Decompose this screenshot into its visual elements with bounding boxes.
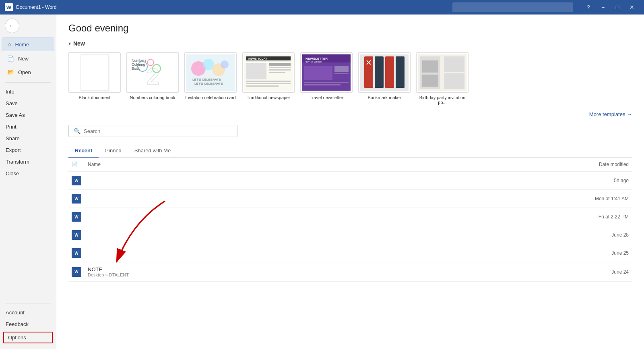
file-name: NOTE bbox=[88, 266, 378, 272]
table-row[interactable]: WFri at 2:22 PM bbox=[68, 208, 632, 226]
word-file-icon: W bbox=[72, 212, 81, 222]
word-file-icon: W bbox=[72, 194, 81, 204]
template-numbers-coloring[interactable]: Numbers Coloring Book 2 Numbers coloring… bbox=[126, 52, 179, 105]
file-icon-header: 📄 bbox=[72, 162, 78, 167]
tabs-bar: Recent Pinned Shared with Me bbox=[68, 144, 632, 158]
sidebar-item-feedback[interactable]: Feedback bbox=[0, 318, 56, 330]
sidebar-item-account[interactable]: Account bbox=[0, 307, 56, 318]
sidebar-item-save-as[interactable]: Save As bbox=[0, 109, 56, 121]
sidebar-item-open[interactable]: 📂 Open bbox=[2, 66, 54, 79]
svg-rect-25 bbox=[246, 83, 291, 84]
coloring-preview-svg: Numbers Coloring Book 2 bbox=[128, 54, 177, 91]
sidebar-item-transform[interactable]: Transform bbox=[0, 156, 56, 168]
template-coloring-name: Numbers coloring book bbox=[130, 95, 175, 100]
svg-rect-24 bbox=[246, 81, 291, 82]
minimize-button[interactable]: − bbox=[596, 0, 610, 15]
svg-rect-35 bbox=[304, 84, 341, 85]
open-icon: 📂 bbox=[7, 69, 14, 75]
sidebar-item-options[interactable]: Options bbox=[3, 332, 53, 343]
template-newsletter-thumb: NEWSLETTER TITLE HERE bbox=[300, 52, 353, 93]
main-content: Good evening ▾ New Blank document Number… bbox=[56, 15, 644, 349]
file-date-cell: June 24 bbox=[381, 262, 632, 282]
file-date-cell: 5h ago bbox=[381, 172, 632, 190]
more-templates-link[interactable]: More templates → bbox=[68, 110, 632, 118]
file-name-cell bbox=[85, 190, 381, 208]
template-invitation-thumb: LET'S CELEBRATE LET'S CELEBRATE bbox=[184, 52, 237, 93]
file-date-cell: June 28 bbox=[381, 226, 632, 244]
svg-rect-21 bbox=[269, 67, 291, 68]
template-blank-thumb bbox=[68, 52, 121, 93]
word-file-icon: W bbox=[72, 230, 81, 240]
sidebar-item-share[interactable]: Share bbox=[0, 133, 56, 144]
svg-rect-18 bbox=[246, 62, 291, 62]
svg-rect-39 bbox=[375, 56, 384, 88]
sidebar-item-home[interactable]: ⌂ Home bbox=[2, 37, 54, 51]
table-row[interactable]: WMon at 1:41 AM bbox=[68, 190, 632, 208]
svg-rect-26 bbox=[246, 85, 279, 87]
svg-rect-31 bbox=[304, 66, 332, 80]
word-file-icon: W bbox=[72, 176, 81, 185]
sidebar-item-info[interactable]: Info bbox=[0, 86, 56, 98]
table-row[interactable]: WNOTEDesktop » DTALENTJune 24 bbox=[68, 262, 632, 282]
file-icon-cell: W bbox=[68, 244, 85, 262]
new-section-title: New bbox=[73, 40, 85, 47]
titlebar: W Document1 - Word ? − □ ✕ bbox=[0, 0, 644, 15]
svg-rect-41 bbox=[385, 56, 394, 88]
newspaper-preview-svg: NEWS TODAY bbox=[244, 54, 293, 91]
template-invitation[interactable]: LET'S CELEBRATE LET'S CELEBRATE Invitati… bbox=[184, 52, 237, 105]
file-icon-cell: W bbox=[68, 262, 85, 282]
file-name-cell: NOTEDesktop » DTALENT bbox=[85, 262, 381, 282]
svg-rect-32 bbox=[334, 66, 349, 72]
table-row[interactable]: W5h ago bbox=[68, 172, 632, 190]
files-section: 📄 Name Date modified W5h agoWMon at 1:41… bbox=[68, 158, 632, 282]
template-birthday[interactable]: Birthday party invitation po... bbox=[416, 52, 469, 105]
new-icon: 📄 bbox=[7, 55, 14, 62]
restore-button[interactable]: □ bbox=[610, 0, 625, 15]
sidebar-item-export[interactable]: Export bbox=[0, 144, 56, 156]
new-section-header: ▾ New bbox=[68, 40, 632, 47]
template-coloring-thumb: Numbers Coloring Book 2 bbox=[126, 52, 179, 93]
svg-rect-19 bbox=[246, 63, 266, 79]
sidebar-item-home-label: Home bbox=[15, 42, 29, 48]
svg-rect-52 bbox=[422, 75, 438, 87]
template-birthday-thumb bbox=[416, 52, 469, 93]
greeting-heading: Good evening bbox=[68, 23, 632, 34]
template-invitation-name: Invitation celebration card bbox=[185, 95, 235, 100]
sidebar-item-print[interactable]: Print bbox=[0, 121, 56, 133]
tab-recent[interactable]: Recent bbox=[68, 144, 99, 158]
back-button[interactable]: ← bbox=[5, 19, 19, 33]
table-header-row: 📄 Name Date modified bbox=[68, 158, 632, 172]
sidebar-bottom: Account Feedback Options bbox=[0, 300, 56, 349]
tab-pinned[interactable]: Pinned bbox=[99, 144, 128, 158]
tab-shared[interactable]: Shared with Me bbox=[128, 144, 177, 158]
more-templates-anchor[interactable]: More templates → bbox=[589, 111, 632, 117]
table-row[interactable]: WJune 25 bbox=[68, 244, 632, 262]
template-blank[interactable]: Blank document bbox=[68, 52, 121, 105]
close-button[interactable]: ✕ bbox=[625, 0, 639, 15]
search-input[interactable] bbox=[84, 128, 232, 134]
invitation-preview-svg: LET'S CELEBRATE LET'S CELEBRATE bbox=[186, 54, 235, 91]
file-date-cell: June 25 bbox=[381, 244, 632, 262]
templates-grid: Blank document Numbers Coloring Book 2 bbox=[68, 52, 632, 105]
svg-rect-20 bbox=[269, 63, 291, 66]
sidebar-item-close[interactable]: Close bbox=[0, 168, 56, 179]
file-icon-cell: W bbox=[68, 172, 85, 190]
help-button[interactable]: ? bbox=[581, 0, 596, 15]
home-icon: ⌂ bbox=[8, 41, 11, 48]
svg-rect-43 bbox=[396, 56, 405, 88]
chevron-down-icon: ▾ bbox=[68, 41, 71, 46]
file-date-cell: Mon at 1:41 AM bbox=[381, 190, 632, 208]
table-row[interactable]: WJune 28 bbox=[68, 226, 632, 244]
template-newspaper[interactable]: NEWS TODAY Traditional newspaper bbox=[242, 52, 295, 105]
files-table: 📄 Name Date modified W5h agoWMon at 1:41… bbox=[68, 158, 632, 282]
template-blank-name: Blank document bbox=[79, 95, 111, 100]
template-bookmark[interactable]: Bookmark maker bbox=[358, 52, 411, 105]
svg-text:NEWSLETTER: NEWSLETTER bbox=[305, 57, 328, 60]
sidebar-item-save[interactable]: Save bbox=[0, 98, 56, 109]
col-name-header: Name bbox=[85, 158, 381, 172]
file-name-cell bbox=[85, 244, 381, 262]
birthday-preview-svg bbox=[418, 54, 466, 91]
sidebar-item-new[interactable]: 📄 New bbox=[2, 52, 54, 65]
bookmark-preview-svg bbox=[360, 54, 409, 91]
template-newsletter[interactable]: NEWSLETTER TITLE HERE Travel newsletter bbox=[300, 52, 353, 105]
